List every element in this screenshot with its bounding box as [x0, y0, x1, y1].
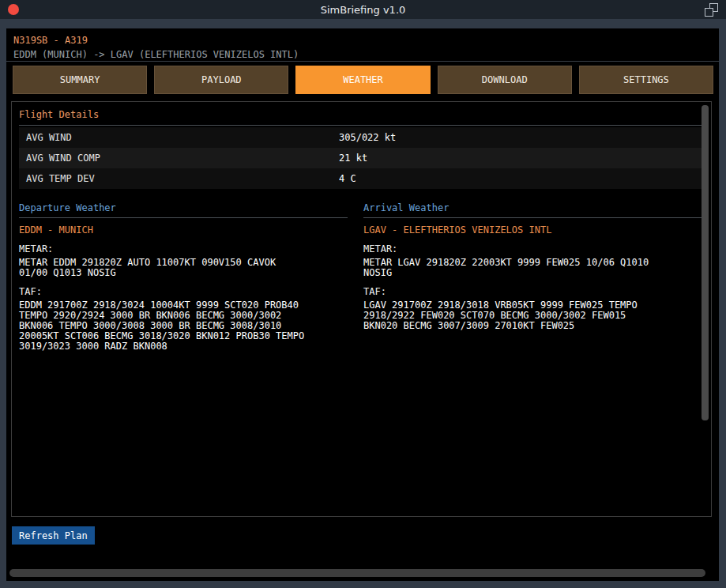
departure-taf-label: TAF: [19, 286, 348, 297]
horizontal-scrollbar-thumb[interactable] [9, 569, 705, 577]
arrival-airport: LGAV - ELEFTHERIOS VENIZELOS INTL [363, 224, 704, 236]
tab-download[interactable]: DOWNLOAD [438, 66, 572, 94]
flight-header: N319SB - A319 EDDM (MUNICH) -> LGAV (ELE… [6, 28, 719, 62]
main-panel: N319SB - A319 EDDM (MUNICH) -> LGAV (ELE… [6, 28, 719, 581]
tab-payload[interactable]: PAYLOAD [154, 66, 288, 94]
departure-metar-label: METAR: [19, 243, 348, 254]
tab-settings[interactable]: SETTINGS [579, 66, 713, 94]
arrival-metar-label: METAR: [363, 243, 704, 254]
row-value: 4 C [339, 173, 704, 184]
departure-taf-text: EDDM 291700Z 2918/3024 10004KT 9999 SCT0… [19, 300, 348, 352]
tab-bar: SUMMARY PAYLOAD WEATHER DOWNLOAD SETTING… [13, 66, 713, 94]
vertical-scrollbar-thumb[interactable] [702, 105, 709, 420]
row-label: AVG TEMP DEV [26, 173, 339, 184]
flight-details-title: Flight Details [19, 109, 704, 126]
restore-window-icon[interactable] [705, 3, 718, 17]
departure-metar-text: METAR EDDM 291820Z AUTO 11007KT 090V150 … [19, 258, 348, 278]
flight-id: N319SB - A319 [13, 33, 719, 47]
weather-columns: Departure Weather EDDM - MUNICH METAR: M… [19, 202, 704, 352]
departure-weather-column: Departure Weather EDDM - MUNICH METAR: M… [19, 202, 348, 352]
row-value: 21 kt [339, 153, 704, 164]
row-label: AVG WIND COMP [26, 153, 339, 164]
table-row: AVG TEMP DEV 4 C [19, 168, 704, 189]
weather-content: Flight Details AVG WIND 305/022 kt AVG W… [11, 101, 712, 517]
departure-airport: EDDM - MUNICH [19, 224, 348, 236]
title-bar: SimBriefing v1.0 [0, 0, 726, 19]
arrival-weather-column: Arrival Weather LGAV - ELEFTHERIOS VENIZ… [363, 202, 704, 352]
restore-icon-front-square [705, 8, 713, 17]
arrival-taf-label: TAF: [363, 286, 704, 297]
row-label: AVG WIND [26, 132, 339, 143]
arrival-taf-text: LGAV 291700Z 2918/3018 VRB05KT 9999 FEW0… [363, 300, 704, 331]
window-title: SimBriefing v1.0 [321, 4, 406, 16]
departure-weather-title: Departure Weather [19, 202, 348, 218]
row-value: 305/022 kt [339, 132, 704, 143]
flight-details-table: AVG WIND 305/022 kt AVG WIND COMP 21 kt … [19, 127, 704, 189]
tab-weather[interactable]: WEATHER [295, 66, 430, 94]
refresh-plan-button[interactable]: Refresh Plan [12, 526, 95, 545]
flight-route: EDDM (MUNICH) -> LGAV (ELEFTHERIOS VENIZ… [13, 47, 719, 62]
table-row: AVG WIND COMP 21 kt [19, 148, 704, 168]
arrival-metar-text: METAR LGAV 291820Z 22003KT 9999 FEW025 1… [363, 258, 704, 278]
table-row: AVG WIND 305/022 kt [19, 127, 704, 148]
arrival-weather-title: Arrival Weather [363, 202, 704, 218]
tab-summary[interactable]: SUMMARY [13, 66, 147, 94]
close-button[interactable] [8, 4, 19, 15]
